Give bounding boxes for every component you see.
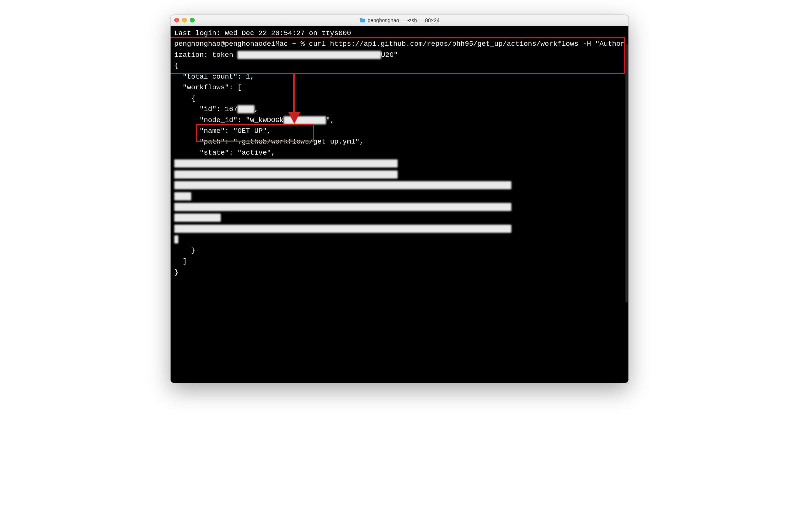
last-login-line: Last login: Wed Dec 22 20:54:27 on ttys0… [174,29,351,37]
zoom-icon[interactable] [190,18,195,23]
json-total-count-key: "total_count": [174,73,246,81]
minimize-icon[interactable] [182,18,187,23]
redacted-line: " [174,235,178,243]
redacted-line: ▇t_▇p.▇m▇", [174,214,221,222]
json-state-line: "state": "active", [174,149,275,157]
redacted-line: "u▇l": "ht▇▇▇://▇pi.git▇u▇.o▇m/r▇po▇/▇h▇… [174,181,511,189]
redacted-token: g▇p_▇▇▇▇▇▇▇▇▇▇▇▇▇▇▇▇▇▇▇▇▇▇▇▇▇▇▇▇▇▇ [237,51,381,59]
json-open-brace: { [174,62,178,70]
json-node-id-key: "node_id": "W_kwDOGk [174,116,284,124]
redacted-line: "badg▇_▇▇▇": "▇ttp▇://g▇▇▇ub.c▇m/ph▇9▇/g… [174,225,511,233]
json-path-line: "path": ".github/workflows/get_up.yml", [174,138,364,146]
terminal-window: penghonghao — -zsh — 80×24 Last login: W… [171,15,628,383]
json-total-count-val: 1 [246,73,250,81]
json-workflows-open: "workflows": [ [174,83,241,91]
json-array-close: ] [174,257,187,265]
json-id-visible: 167 [225,105,237,113]
scrollbar[interactable] [625,44,628,303]
redacted-id: ▇▇▇▇ [237,105,254,113]
json-close-brace: } [174,268,178,276]
json-id-key: "id": [174,105,225,113]
redacted-line: "ht▇_url": "h▇t▇▇://▇ith▇b.▇o▇/▇hh9▇/g▇▇… [174,203,511,211]
redacted-line: "▇▇▇▇▇▇▇▇_▇▇": "▇▇▇▇-▇▇-▇▇T12:▇▇:▇1.▇▇▇▇… [174,170,398,179]
title-bar[interactable]: penghonghao — -zsh — 80×24 [171,15,628,26]
redacted-node-id: ▇▇▇ ▇▇ ▇▇▇ [284,116,326,124]
redacted-line: A▇", [174,192,191,200]
window-title: penghonghao — -zsh — 80×24 [368,17,440,23]
json-name-line: "name": "GET UP", [174,127,271,135]
shell-prompt: penghonghao@penghonaodeiMac ~ % [174,40,309,48]
terminal-body[interactable]: Last login: Wed Dec 22 20:54:27 on ttys0… [171,26,628,383]
redacted-line: "▇▇▇▇▇▇▇▇_▇▇": "▇▇▇▇-▇▇-▇▇T12:3▇:▇1.▇▇▇▇… [174,159,398,167]
window-title-group: penghonghao — -zsh — 80×24 [171,17,628,23]
traffic-lights [174,18,195,23]
curl-command-end: U2G" [381,51,398,59]
close-icon[interactable] [174,18,179,23]
json-item-close: } [174,246,195,255]
folder-icon [360,18,366,23]
json-item-open: { [174,94,195,103]
